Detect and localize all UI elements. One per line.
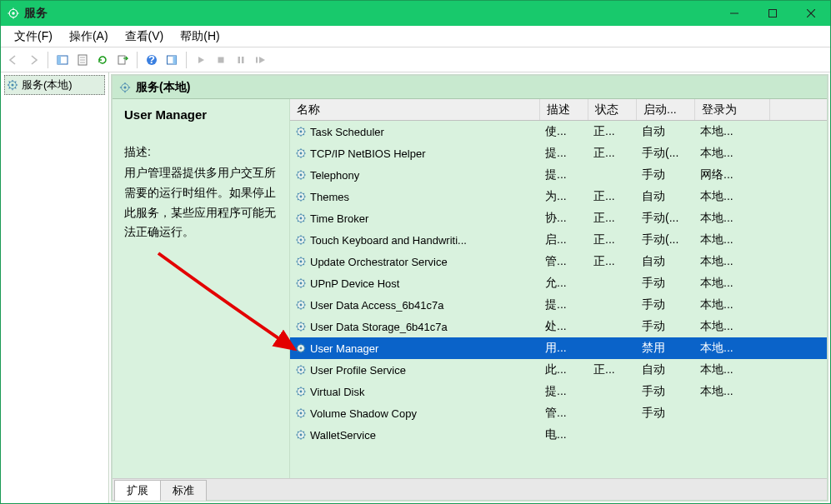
show-hide-tree-button[interactable]	[53, 51, 72, 69]
col-header-start[interactable]: 启动...	[637, 99, 695, 120]
tab-standard[interactable]: 标准	[160, 480, 207, 501]
menu-help[interactable]: 帮助(H)	[172, 27, 228, 47]
service-name: User Profile Service	[310, 364, 406, 377]
service-row[interactable]: Telephony提...手动网络...	[290, 164, 827, 186]
svg-line-87	[298, 215, 298, 216]
svg-point-172	[300, 412, 303, 415]
back-button[interactable]	[4, 51, 23, 69]
svg-point-82	[300, 217, 303, 220]
help-button[interactable]: ?	[143, 51, 161, 69]
svg-line-189	[298, 437, 298, 438]
svg-point-102	[300, 261, 303, 263]
menu-view[interactable]: 查看(V)	[117, 27, 173, 47]
list-body[interactable]: Task Scheduler使...正...自动本地...TCP/IP NetB…	[290, 121, 827, 478]
service-row[interactable]: Task Scheduler使...正...自动本地...	[290, 121, 827, 142]
stop-service-button[interactable]	[212, 51, 230, 69]
svg-line-140	[303, 323, 304, 324]
svg-point-182	[300, 434, 303, 437]
svg-line-179	[298, 416, 298, 417]
svg-line-49	[298, 134, 298, 135]
col-header-name[interactable]: 名称	[290, 99, 540, 120]
svg-line-99	[298, 242, 298, 243]
svg-line-190	[303, 432, 304, 432]
service-row[interactable]: User Data Access_6b41c7a提...手动本地...	[290, 294, 827, 316]
service-logon: 本地...	[695, 187, 770, 207]
service-row[interactable]: User Manager用...禁用本地...	[290, 337, 827, 359]
service-row[interactable]: TCP/IP NetBIOS Helper提...正...手动(...本地...	[290, 142, 827, 164]
service-row[interactable]: Touch Keyboard and Handwriti...启...正...手…	[290, 229, 827, 251]
service-row[interactable]: WalletService电...	[290, 424, 827, 446]
service-row[interactable]: User Profile Service此...正...自动本地...	[290, 359, 827, 381]
refresh-button[interactable]	[93, 51, 112, 69]
service-start: 自动	[637, 187, 695, 207]
svg-point-1	[12, 12, 15, 15]
menu-action[interactable]: 操作(A)	[61, 27, 117, 47]
titlebar[interactable]: 服务	[1, 1, 830, 26]
close-button[interactable]	[792, 1, 830, 26]
service-start: 手动	[637, 273, 695, 293]
minimize-button[interactable]	[715, 1, 753, 26]
export-button[interactable]	[113, 51, 132, 69]
svg-point-162	[300, 391, 303, 393]
service-logon: 本地...	[695, 295, 770, 315]
col-header-desc[interactable]: 描述	[540, 99, 588, 120]
svg-line-60	[303, 150, 304, 151]
svg-rect-24	[256, 57, 258, 62]
service-desc: 协...	[540, 208, 588, 228]
service-logon: 本地...	[695, 360, 770, 380]
svg-line-168	[303, 394, 304, 395]
show-hide-action-button[interactable]	[163, 51, 181, 69]
service-name: User Data Storage_6b41c7a	[310, 321, 448, 333]
svg-point-36	[123, 86, 126, 88]
service-row[interactable]: Themes为...正...自动本地...	[290, 186, 827, 207]
service-name: WalletService	[310, 429, 376, 442]
forward-button[interactable]	[24, 51, 43, 69]
maximize-button[interactable]	[753, 1, 792, 26]
service-row[interactable]: Update Orchestrator Service管...正...自动本地.…	[290, 251, 827, 272]
right-pane: 服务(本地) User Manager 描述: 用户管理器提供多用户交互所需要的…	[111, 74, 828, 502]
service-state: 正...	[588, 122, 637, 142]
toolbar: ?	[1, 47, 830, 72]
service-row[interactable]: Time Broker协...正...手动(...本地...	[290, 207, 827, 229]
tree-item-services-local[interactable]: 服务(本地)	[4, 75, 105, 95]
gear-icon	[295, 126, 307, 137]
tab-extended[interactable]: 扩展	[114, 480, 161, 501]
service-name: Telephony	[310, 169, 359, 182]
start-service-button[interactable]	[192, 51, 210, 69]
service-start: 自动	[637, 252, 695, 272]
svg-line-69	[298, 177, 298, 178]
service-logon: 本地...	[695, 252, 770, 272]
service-desc: 启...	[540, 230, 588, 250]
service-state: 正...	[588, 187, 637, 207]
service-row[interactable]: UPnP Device Host允...手动本地...	[290, 272, 827, 294]
pause-service-button[interactable]	[232, 51, 250, 69]
detail-pane: User Manager 描述: 用户管理器提供多用户交互所需要的运行时组件。如…	[113, 99, 289, 478]
svg-line-88	[303, 221, 304, 222]
detail-desc-text: 用户管理器提供多用户交互所需要的运行时组件。如果停止此服务，某些应用程序可能无法…	[124, 163, 278, 242]
tree-pane[interactable]: 服务(本地)	[1, 72, 109, 503]
service-name: Update Orchestrator Service	[310, 256, 448, 268]
service-list[interactable]: 名称 描述 状态 启动... 登录为 Task Scheduler使...正..…	[289, 99, 827, 478]
col-header-logon[interactable]: 登录为	[695, 99, 770, 120]
svg-line-109	[298, 264, 298, 265]
svg-point-142	[300, 347, 303, 350]
service-row[interactable]: Virtual Disk提...手动本地...	[290, 381, 827, 402]
col-header-state[interactable]: 状态	[588, 99, 637, 120]
menu-file[interactable]: 文件(F)	[6, 27, 61, 47]
gear-icon	[295, 386, 307, 397]
service-name: Virtual Disk	[310, 386, 365, 398]
service-start: 手动(...	[637, 143, 695, 163]
service-row[interactable]: User Data Storage_6b41c7a处...手动本地...	[290, 316, 827, 337]
service-logon: 本地...	[695, 230, 770, 250]
properties-button[interactable]	[73, 51, 92, 69]
service-start: 手动	[637, 382, 695, 402]
svg-line-149	[298, 351, 298, 352]
svg-line-170	[303, 388, 304, 389]
service-state	[588, 302, 637, 307]
service-row[interactable]: Volume Shadow Copy管...手动	[290, 402, 827, 424]
service-name: Task Scheduler	[310, 126, 384, 138]
svg-line-90	[303, 215, 304, 216]
svg-line-97	[298, 237, 298, 237]
restart-service-button[interactable]	[252, 51, 270, 69]
svg-line-188	[303, 437, 304, 438]
